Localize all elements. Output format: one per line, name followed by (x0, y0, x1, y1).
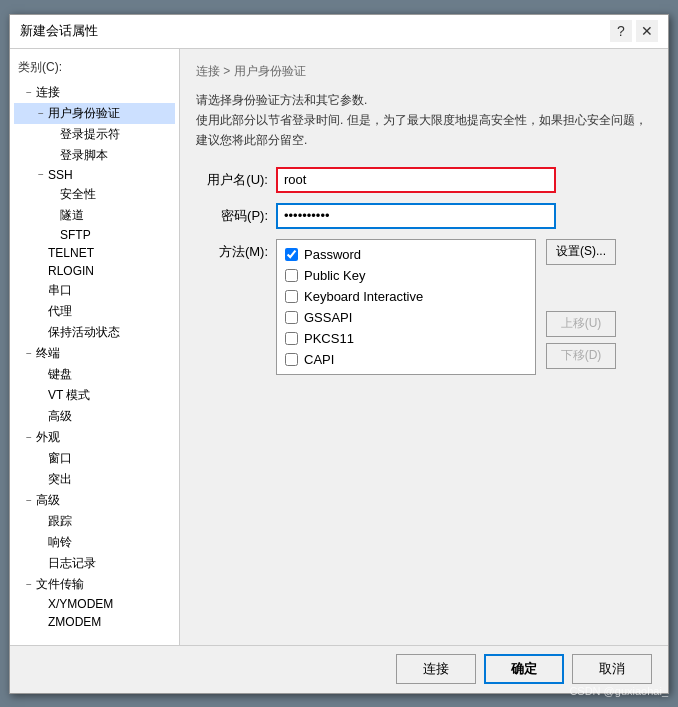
tree-item-keyboard[interactable]: 键盘 (14, 364, 175, 385)
method-item-pubkey[interactable]: Public Key (277, 265, 535, 286)
tree-item-xymodem[interactable]: X/YMODEM (14, 595, 175, 613)
tree-item-highlight[interactable]: 突出 (14, 469, 175, 490)
expand-icon: − (34, 169, 48, 180)
ok-button[interactable]: 确定 (484, 654, 564, 684)
checkbox-gssapi[interactable] (285, 311, 298, 324)
tree-label: 安全性 (60, 186, 96, 203)
desc-line3: 建议您将此部分留空. (196, 130, 652, 150)
title-buttons: ? ✕ (610, 20, 658, 42)
tree-item-window[interactable]: 窗口 (14, 448, 175, 469)
method-label: 方法(M): (196, 243, 276, 261)
tree-item-file-transfer[interactable]: − 文件传输 (14, 574, 175, 595)
checkbox-pubkey[interactable] (285, 269, 298, 282)
tree-item-auth[interactable]: − 用户身份验证 (14, 103, 175, 124)
connect-button[interactable]: 连接 (396, 654, 476, 684)
tree-label: 用户身份验证 (48, 105, 120, 122)
right-panel: 连接 > 用户身份验证 请选择身份验证方法和其它参数. 使用此部分以节省登录时间… (180, 49, 668, 645)
tree-label: SFTP (60, 228, 91, 242)
tree-item-security[interactable]: 安全性 (14, 184, 175, 205)
tree-label: 终端 (36, 345, 60, 362)
username-input[interactable] (276, 167, 556, 193)
tree-item-terminal[interactable]: − 终端 (14, 343, 175, 364)
method-item-gssapi[interactable]: GSSAPI (277, 307, 535, 328)
move-up-button[interactable]: 上移(U) (546, 311, 616, 337)
password-row: 密码(P): (196, 203, 652, 229)
tree-item-appearance[interactable]: − 外观 (14, 427, 175, 448)
tree-label: 串口 (48, 282, 72, 299)
method-list: Password Public Key Keyboard Interactive (276, 239, 536, 375)
checkbox-keyboard[interactable] (285, 290, 298, 303)
checkbox-pkcs11[interactable] (285, 332, 298, 345)
tree-item-zmodem[interactable]: ZMODEM (14, 613, 175, 631)
move-down-button[interactable]: 下移(D) (546, 343, 616, 369)
method-label-capi: CAPI (304, 352, 334, 367)
method-label-pubkey: Public Key (304, 268, 365, 283)
expand-icon: − (22, 432, 36, 443)
expand-icon: − (22, 579, 36, 590)
tree-item-tunnel[interactable]: 隧道 (14, 205, 175, 226)
checkbox-capi[interactable] (285, 353, 298, 366)
tree-item-log[interactable]: 日志记录 (14, 553, 175, 574)
expand-icon: − (22, 87, 36, 98)
tree-item-login-script[interactable]: 登录脚本 (14, 145, 175, 166)
method-item-password[interactable]: Password (277, 244, 535, 265)
dialog-body: 类别(C): − 连接 − 用户身份验证 登录提示符 登录脚本 − SSH (10, 49, 668, 645)
tree-label: 跟踪 (48, 513, 72, 530)
tree-label: X/YMODEM (48, 597, 113, 611)
tree-item-proxy[interactable]: 代理 (14, 301, 175, 322)
tree-label: 键盘 (48, 366, 72, 383)
password-input[interactable] (276, 203, 556, 229)
desc-line2: 使用此部分以节省登录时间. 但是，为了最大限度地提高安全性，如果担心安全问题， (196, 110, 652, 130)
tree-item-connection[interactable]: − 连接 (14, 82, 175, 103)
tree-label: 连接 (36, 84, 60, 101)
tree-item-ssh[interactable]: − SSH (14, 166, 175, 184)
tree-label: 日志记录 (48, 555, 96, 572)
tree-item-vt-mode[interactable]: VT 模式 (14, 385, 175, 406)
tree-item-telnet[interactable]: TELNET (14, 244, 175, 262)
tree-item-sftp[interactable]: SFTP (14, 226, 175, 244)
tree-label: SSH (48, 168, 73, 182)
method-right-buttons: 设置(S)... 上移(U) 下移(D) (546, 239, 616, 369)
description: 请选择身份验证方法和其它参数. 使用此部分以节省登录时间. 但是，为了最大限度地… (196, 90, 652, 151)
tree-label: 隧道 (60, 207, 84, 224)
settings-button[interactable]: 设置(S)... (546, 239, 616, 265)
tree-label: 代理 (48, 303, 72, 320)
dialog-title: 新建会话属性 (20, 22, 98, 40)
tree-item-bell[interactable]: 响铃 (14, 532, 175, 553)
tree-label: 高级 (36, 492, 60, 509)
desc-line1: 请选择身份验证方法和其它参数. (196, 90, 652, 110)
tree-label: RLOGIN (48, 264, 94, 278)
username-row: 用户名(U): (196, 167, 652, 193)
left-panel: 类别(C): − 连接 − 用户身份验证 登录提示符 登录脚本 − SSH (10, 49, 180, 645)
title-bar: 新建会话属性 ? ✕ (10, 15, 668, 49)
close-button[interactable]: ✕ (636, 20, 658, 42)
tree-item-rlogin[interactable]: RLOGIN (14, 262, 175, 280)
tree-label: VT 模式 (48, 387, 90, 404)
cancel-button[interactable]: 取消 (572, 654, 652, 684)
method-item-capi[interactable]: CAPI (277, 349, 535, 370)
method-item-pkcs11[interactable]: PKCS11 (277, 328, 535, 349)
tree-item-advanced2[interactable]: − 高级 (14, 490, 175, 511)
method-row: 方法(M): Password Public Key K (196, 239, 652, 375)
username-label: 用户名(U): (196, 171, 276, 189)
tree-item-login-prompt[interactable]: 登录提示符 (14, 124, 175, 145)
checkbox-password[interactable] (285, 248, 298, 261)
tree-label: TELNET (48, 246, 94, 260)
method-label-password: Password (304, 247, 361, 262)
tree-label: 响铃 (48, 534, 72, 551)
method-item-keyboard[interactable]: Keyboard Interactive (277, 286, 535, 307)
tree-label: 突出 (48, 471, 72, 488)
expand-icon: − (22, 348, 36, 359)
method-label-gssapi: GSSAPI (304, 310, 352, 325)
dialog: 新建会话属性 ? ✕ 类别(C): − 连接 − 用户身份验证 登录提示符 (9, 14, 669, 694)
method-section: Password Public Key Keyboard Interactive (276, 239, 616, 375)
category-label: 类别(C): (14, 57, 175, 78)
tree-label: 窗口 (48, 450, 72, 467)
tree-label: 登录提示符 (60, 126, 120, 143)
tree-item-advanced-terminal[interactable]: 高级 (14, 406, 175, 427)
tree-item-keepalive[interactable]: 保持活动状态 (14, 322, 175, 343)
tree-item-serial[interactable]: 串口 (14, 280, 175, 301)
help-button[interactable]: ? (610, 20, 632, 42)
tree-item-trace[interactable]: 跟踪 (14, 511, 175, 532)
expand-icon: − (34, 108, 48, 119)
